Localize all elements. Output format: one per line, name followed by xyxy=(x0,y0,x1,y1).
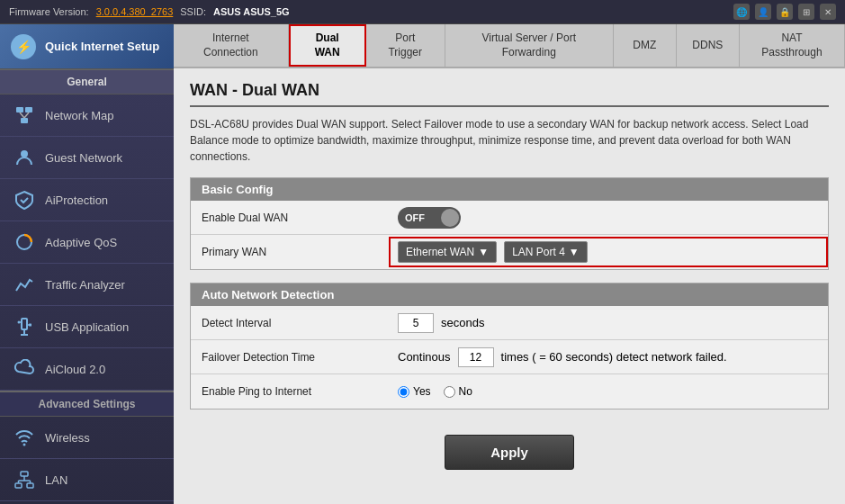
detect-interval-row: Detect Interval seconds xyxy=(191,306,828,340)
detect-interval-input[interactable] xyxy=(398,313,434,333)
svg-line-4 xyxy=(24,112,29,118)
failover-input[interactable] xyxy=(458,347,494,367)
ethernet-wan-value: Ethernet WAN xyxy=(406,246,474,258)
basic-config-header: Basic Config xyxy=(191,178,828,201)
sidebar: ⚡ Quick Internet Setup General Network M… xyxy=(0,24,174,504)
content-area: Internet Connection Dual WAN Port Trigge… xyxy=(174,24,845,504)
ping-radio-group: Yes No xyxy=(398,385,472,398)
primary-wan-control: Ethernet WAN ▼ LAN Port 4 ▼ xyxy=(389,237,828,267)
sidebar-label-guest-network: Guest Network xyxy=(45,151,122,165)
failover-prefix: Continous xyxy=(398,350,451,364)
ssid-label: SSID: xyxy=(180,6,206,17)
svg-line-3 xyxy=(20,112,24,118)
sidebar-item-adaptive-qos[interactable]: Adaptive QoS xyxy=(0,221,174,264)
enable-ping-row: Enable Ping to Internet Yes No xyxy=(191,374,828,409)
usb-application-icon xyxy=(13,315,36,338)
sidebar-label-aicloud: AiCloud 2.0 xyxy=(45,363,105,376)
enable-dual-wan-control: OFF xyxy=(389,202,828,234)
dual-wan-toggle[interactable]: OFF xyxy=(398,207,461,229)
detect-interval-control: seconds xyxy=(389,308,828,338)
detect-interval-suffix: seconds xyxy=(441,316,484,329)
tab-dmz[interactable]: DMZ xyxy=(614,24,677,67)
close-icon[interactable]: ✕ xyxy=(820,4,836,20)
sidebar-label-traffic-analyzer: Traffic Analyzer xyxy=(45,278,125,292)
main-layout: ⚡ Quick Internet Setup General Network M… xyxy=(0,24,845,504)
apply-button[interactable]: Apply xyxy=(445,435,574,470)
ping-yes-label: Yes xyxy=(413,385,431,398)
tab-ddns[interactable]: DDNS xyxy=(677,24,740,67)
network-map-icon xyxy=(13,104,36,127)
lock-icon[interactable]: 🔒 xyxy=(777,4,793,20)
tab-port-trigger[interactable]: Port Trigger xyxy=(366,24,445,67)
tab-dual-wan[interactable]: Dual WAN xyxy=(289,24,366,67)
sidebar-item-lan[interactable]: LAN xyxy=(0,459,174,501)
lan-port-select[interactable]: LAN Port 4 ▼ xyxy=(504,241,588,263)
top-bar-left: Firmware Version: 3.0.0.4.380_2763 SSID:… xyxy=(9,6,290,17)
toggle-knob xyxy=(441,209,459,227)
sidebar-label-aiprotection: AiProtection xyxy=(45,194,108,207)
tab-internet-connection[interactable]: Internet Connection xyxy=(174,24,289,67)
sidebar-label-lan: LAN xyxy=(45,473,67,487)
aiprotection-icon xyxy=(13,188,36,212)
page-title: WAN - Dual WAN xyxy=(190,81,829,107)
svg-rect-0 xyxy=(16,107,23,112)
top-bar-right: 🌐 👤 🔒 ⊞ ✕ xyxy=(733,4,836,20)
sidebar-item-traffic-analyzer[interactable]: Traffic Analyzer xyxy=(0,264,174,306)
svg-rect-7 xyxy=(22,319,27,329)
ethernet-wan-select[interactable]: Ethernet WAN ▼ xyxy=(398,241,497,263)
ssid-values: ASUS ASUS_5G xyxy=(213,6,290,17)
failover-detection-control: Continous times ( = 60 seconds) detect n… xyxy=(389,342,828,373)
ethernet-wan-arrow: ▼ xyxy=(478,246,489,258)
quick-setup-icon: ⚡ xyxy=(11,34,36,59)
enable-dual-wan-label: Enable Dual WAN xyxy=(191,204,389,231)
quick-setup-label: Quick Internet Setup xyxy=(45,40,159,54)
svg-point-5 xyxy=(21,150,28,158)
wireless-icon xyxy=(13,426,36,449)
failover-detection-label: Failover Detection Time xyxy=(191,344,389,371)
top-bar: Firmware Version: 3.0.0.4.380_2763 SSID:… xyxy=(0,0,845,24)
sidebar-label-usb-application: USB Application xyxy=(45,320,129,334)
sidebar-item-quick-setup[interactable]: ⚡ Quick Internet Setup xyxy=(0,24,174,69)
apply-button-container: Apply xyxy=(190,422,829,473)
ping-yes-option[interactable]: Yes xyxy=(398,385,431,398)
svg-rect-15 xyxy=(21,472,28,476)
sidebar-item-aiprotection[interactable]: AiProtection xyxy=(0,179,174,221)
sidebar-label-network-map: Network Map xyxy=(45,109,114,122)
window-icon[interactable]: ⊞ xyxy=(798,4,814,20)
aicloud-icon xyxy=(13,357,36,381)
ping-yes-radio[interactable] xyxy=(398,386,409,398)
ping-no-label: No xyxy=(459,385,472,398)
tab-nat-passthrough[interactable]: NAT Passthrough xyxy=(740,24,845,67)
detect-interval-label: Detect Interval xyxy=(191,310,389,337)
sidebar-item-usb-application[interactable]: USB Application xyxy=(0,306,174,348)
failover-suffix: times ( = 60 seconds) detect network fai… xyxy=(501,350,727,364)
guest-network-icon xyxy=(13,146,36,169)
basic-config-table: Enable Dual WAN OFF Primary WAN xyxy=(191,201,828,269)
ping-no-radio[interactable] xyxy=(444,386,455,398)
sidebar-item-wireless[interactable]: Wireless xyxy=(0,417,174,459)
sidebar-item-network-map[interactable]: Network Map xyxy=(0,94,174,137)
tab-virtual-server[interactable]: Virtual Server / Port Forwarding xyxy=(445,24,614,67)
general-section-header: General xyxy=(0,69,174,94)
svg-rect-2 xyxy=(21,118,28,123)
ping-no-option[interactable]: No xyxy=(444,385,472,398)
svg-rect-17 xyxy=(27,483,33,488)
globe-icon[interactable]: 🌐 xyxy=(733,4,750,20)
traffic-analyzer-icon xyxy=(13,273,36,296)
page-description: DSL-AC68U provides Dual WAN support. Sel… xyxy=(190,116,829,165)
failover-detection-row: Failover Detection Time Continous times … xyxy=(191,340,828,374)
firmware-version[interactable]: 3.0.0.4.380_2763 xyxy=(96,6,174,17)
sidebar-label-adaptive-qos: Adaptive QoS xyxy=(45,236,117,249)
user-icon[interactable]: 👤 xyxy=(755,4,771,20)
basic-config-section: Basic Config Enable Dual WAN OFF xyxy=(190,177,829,270)
tab-bar: Internet Connection Dual WAN Port Trigge… xyxy=(174,24,845,68)
svg-rect-1 xyxy=(25,107,32,112)
toggle-off-label: OFF xyxy=(405,212,425,223)
sidebar-item-aicloud[interactable]: AiCloud 2.0 xyxy=(0,348,174,391)
primary-wan-row: Primary WAN Ethernet WAN ▼ LAN Port 4 ▼ xyxy=(191,235,828,269)
firmware-label: Firmware Version: xyxy=(9,6,89,17)
auto-network-header: Auto Network Detection xyxy=(191,284,828,306)
lan-icon xyxy=(13,468,36,491)
svg-rect-13 xyxy=(29,324,31,327)
sidebar-item-guest-network[interactable]: Guest Network xyxy=(0,137,174,179)
